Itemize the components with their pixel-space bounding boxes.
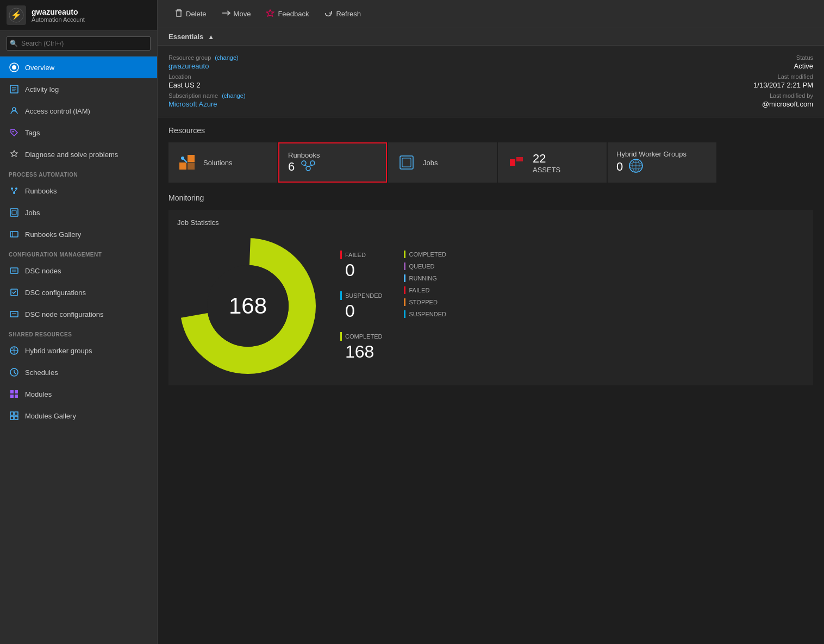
suspended-stat: SUSPENDED 0 (340, 291, 382, 321)
status-row: Status Active (753, 54, 813, 70)
sidebar-item-diagnose-label: Diagnose and solve problems (25, 151, 118, 159)
legend-completed-bar (404, 251, 405, 258)
sidebar-item-dsc-node-configs-label: DSC node configurations (25, 310, 104, 318)
svg-line-44 (308, 165, 313, 166)
sidebar-item-tags[interactable]: Tags (0, 122, 157, 143)
hybrid-worker-groups-card[interactable]: Hybrid Worker Groups 0 (608, 142, 716, 183)
resource-group-row: Resource group (change) gwazureauto (168, 54, 246, 70)
sidebar-item-modules-gallery[interactable]: Modules Gallery (0, 405, 157, 427)
assets-card[interactable]: 22 ASSETS (498, 142, 607, 183)
sidebar-item-dsc-nodes[interactable]: DSC nodes (0, 260, 157, 282)
sidebar-item-runbooks-gallery-label: Runbooks Gallery (25, 230, 81, 239)
svg-rect-20 (12, 270, 16, 272)
subscription-value[interactable]: Microsoft Azure (168, 100, 246, 108)
sidebar-item-overview[interactable]: Overview (0, 57, 157, 78)
essentials-left: Resource group (change) gwazureauto Loca… (168, 54, 246, 108)
diagnose-icon (9, 149, 20, 160)
resources-grid: Solutions Runbooks 6 (168, 142, 813, 183)
section-label-config: CONFIGURATION MANAGEMENT (0, 245, 157, 260)
completed-bar (340, 332, 342, 341)
sidebar-nav: Overview Activity log Access control (IA… (0, 57, 157, 644)
sidebar-item-jobs[interactable]: Jobs (0, 202, 157, 223)
subscription-change-link[interactable]: (change) (222, 92, 245, 99)
hybrid-worker-groups-count: 0 (616, 160, 623, 174)
runbooks-info: Runbooks 6 (288, 151, 320, 174)
completed-stat-label: COMPLETED (340, 332, 382, 341)
app-subtitle: Automation Account (32, 16, 85, 23)
sidebar-item-runbooks-label: Runbooks (25, 187, 57, 195)
runbooks-icon (9, 185, 20, 196)
svg-rect-16 (12, 210, 16, 215)
svg-line-27 (14, 372, 16, 374)
svg-text:⚡: ⚡ (11, 10, 22, 20)
toolbar: Delete Move Feedback Refresh (158, 0, 824, 28)
dsc-nodes-icon (9, 265, 20, 276)
refresh-label: Refresh (336, 10, 361, 18)
sidebar-item-jobs-label: Jobs (25, 209, 40, 217)
sidebar-item-dsc-node-configs[interactable]: DSC node configurations (0, 303, 157, 325)
sidebar-item-access-control[interactable]: Access control (IAM) (0, 100, 157, 122)
svg-rect-29 (15, 390, 18, 393)
jobs-resource-card[interactable]: Jobs (388, 142, 497, 183)
sidebar-item-hybrid-worker-label: Hybrid worker groups (25, 347, 92, 355)
legend-running-bar (404, 274, 405, 282)
sidebar-item-diagnose[interactable]: Diagnose and solve problems (0, 143, 157, 165)
refresh-button[interactable]: Refresh (317, 5, 367, 22)
move-icon (222, 9, 230, 18)
last-modified-by-label: Last modified by (753, 92, 813, 99)
sidebar-header: ⚡ gwazureauto Automation Account (0, 0, 157, 31)
failed-bar (340, 251, 342, 259)
svg-point-42 (306, 166, 310, 171)
solutions-card[interactable]: Solutions (168, 142, 277, 183)
svg-rect-36 (179, 162, 186, 170)
svg-rect-17 (10, 232, 18, 237)
sidebar-item-modules[interactable]: Modules (0, 383, 157, 405)
suspended-stat-value: 0 (340, 301, 382, 321)
legend-col: COMPLETED QUEUED RUNNING (404, 251, 446, 362)
resources-section: Resources (168, 126, 813, 183)
legend-failed-bar (404, 286, 405, 294)
search-input[interactable] (7, 36, 151, 51)
content-scroll: Resources (158, 117, 824, 644)
sidebar-item-modules-label: Modules (25, 390, 52, 398)
svg-rect-48 (516, 157, 523, 161)
sidebar-item-activity-log[interactable]: Activity log (0, 78, 157, 100)
failed-stat: FAILED 0 (340, 251, 382, 280)
last-modified-by-value: @microsoft.com (753, 100, 813, 108)
sidebar-item-runbooks[interactable]: Runbooks (0, 180, 157, 202)
resource-group-value[interactable]: gwazureauto (168, 62, 246, 70)
resource-group-label: Resource group (change) (168, 54, 246, 61)
sidebar-item-hybrid-worker[interactable]: Hybrid worker groups (0, 340, 157, 361)
svg-rect-32 (10, 412, 14, 415)
sidebar-item-modules-gallery-label: Modules Gallery (25, 412, 76, 420)
sidebar-item-dsc-configurations[interactable]: DSC configurations (0, 282, 157, 303)
sidebar-item-access-control-label: Access control (IAM) (25, 107, 90, 115)
sidebar-item-runbooks-gallery[interactable]: Runbooks Gallery (0, 223, 157, 245)
schedules-icon (9, 367, 20, 378)
svg-point-9 (13, 131, 14, 133)
sidebar-item-overview-label: Overview (25, 64, 54, 72)
app-name: gwazureauto (32, 8, 85, 16)
feedback-button[interactable]: Feedback (259, 6, 315, 22)
essentials-chevron-icon[interactable]: ▲ (208, 33, 214, 41)
legend-completed-label: COMPLETED (409, 251, 446, 258)
solutions-icon (177, 153, 197, 172)
svg-rect-30 (10, 395, 14, 398)
svg-rect-22 (10, 311, 18, 317)
move-button[interactable]: Move (215, 6, 258, 22)
assets-info: 22 ASSETS (533, 152, 560, 174)
monitoring-title: Monitoring (168, 193, 813, 202)
svg-point-12 (13, 192, 15, 194)
status-label: Status (753, 54, 813, 61)
legend-running-label: RUNNING (409, 275, 436, 282)
legend-queued-bar (404, 262, 405, 270)
location-label: Location (168, 73, 246, 80)
resource-group-change-link[interactable]: (change) (215, 54, 238, 61)
sidebar: ⚡ gwazureauto Automation Account 🔍 Overv… (0, 0, 158, 644)
resources-title: Resources (168, 126, 813, 135)
tags-icon (9, 127, 20, 138)
job-stats-body: 168 FAILED (177, 235, 804, 377)
sidebar-item-schedules[interactable]: Schedules (0, 361, 157, 383)
runbooks-resource-card[interactable]: Runbooks 6 (278, 142, 387, 183)
delete-button[interactable]: Delete (168, 5, 213, 22)
